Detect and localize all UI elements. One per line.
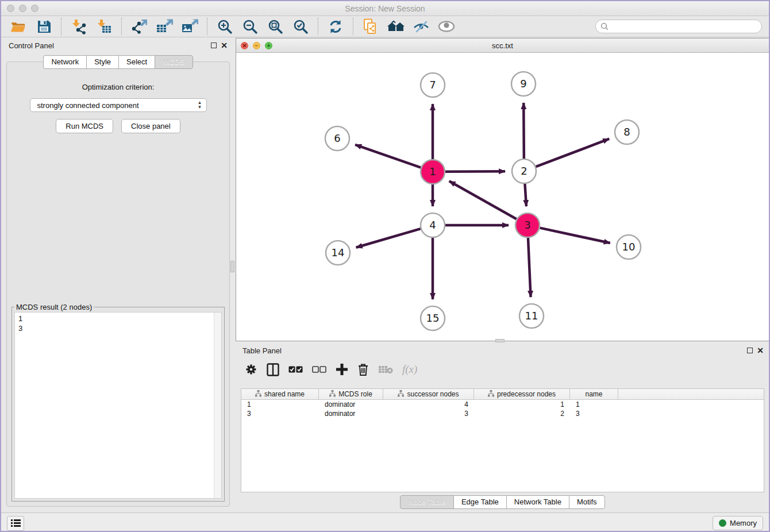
- horizontal-splitter-handle[interactable]: [495, 339, 505, 342]
- run-mcds-button[interactable]: Run MCDS: [56, 119, 113, 133]
- float-table-panel-icon[interactable]: [747, 348, 753, 353]
- refresh-icon[interactable]: [326, 18, 345, 35]
- cell-predecessor-nodes[interactable]: 2: [474, 410, 570, 418]
- export-table-icon[interactable]: [155, 18, 174, 35]
- edge-2-9[interactable]: [523, 103, 524, 159]
- zoom-in-icon[interactable]: [215, 18, 234, 35]
- export-network-icon[interactable]: [129, 18, 149, 35]
- table-row[interactable]: 3dominator323: [241, 409, 764, 418]
- column-header-successor-nodes[interactable]: successor nodes: [383, 389, 474, 399]
- optimization-criterion-label: Optimization criterion:: [7, 83, 229, 91]
- tab-edge-table[interactable]: Edge Table: [453, 495, 507, 509]
- edge-1-6[interactable]: [355, 145, 421, 168]
- table-header-row: shared nameMCDS rolesuccessor nodesprede…: [241, 389, 764, 400]
- criterion-select[interactable]: strongly connected component ▲▼: [30, 98, 207, 112]
- tab-motifs[interactable]: Motifs: [569, 495, 605, 509]
- node-label-9: 9: [520, 78, 526, 90]
- node-label-3: 3: [524, 219, 530, 231]
- zoom-selected-icon[interactable]: [291, 18, 310, 35]
- close-panel-icon[interactable]: ✕: [221, 43, 228, 48]
- status-bar: Memory: [1, 512, 769, 532]
- vertical-splitter-handle[interactable]: [230, 261, 234, 272]
- save-session-icon[interactable]: [34, 18, 53, 35]
- import-network-icon[interactable]: [69, 18, 88, 35]
- cell-name[interactable]: 1: [570, 400, 618, 408]
- tab-network-table[interactable]: Network Table: [506, 495, 569, 509]
- result-scrollbar[interactable]: [214, 313, 221, 498]
- search-field[interactable]: [595, 20, 762, 33]
- edge-2-3[interactable]: [525, 184, 526, 206]
- hierarchy-icon: [398, 390, 404, 399]
- column-header-name[interactable]: name: [570, 389, 618, 399]
- mcds-result-list: 1 3: [15, 313, 214, 498]
- network-window-titlebar[interactable]: ✕ − + scc.txt: [236, 38, 769, 53]
- open-session-icon[interactable]: [9, 18, 28, 35]
- network-title: scc.txt: [236, 41, 769, 50]
- node-label-8: 8: [623, 126, 630, 138]
- tab-network[interactable]: Network: [43, 55, 87, 69]
- first-neighbors-icon[interactable]: [386, 18, 406, 35]
- node-table[interactable]: shared nameMCDS rolesuccessor nodesprede…: [241, 388, 764, 492]
- import-table-icon[interactable]: [94, 18, 114, 35]
- cell-MCDS-role[interactable]: dominator: [319, 400, 383, 408]
- table-toolbar: f(x): [236, 358, 769, 381]
- app-window: Session: New Session: [0, 0, 770, 532]
- select-all-columns-icon[interactable]: [288, 366, 303, 373]
- hierarchy-icon: [329, 390, 336, 399]
- edge-2-8[interactable]: [536, 139, 610, 167]
- column-header-shared-name[interactable]: shared name: [241, 389, 319, 399]
- node-label-11: 11: [525, 310, 538, 322]
- search-input[interactable]: [609, 21, 761, 32]
- delete-column-icon[interactable]: [357, 363, 369, 376]
- zoom-fit-icon[interactable]: [265, 18, 285, 35]
- mcds-result-title: MCDS result (2 nodes): [14, 303, 94, 311]
- cell-name[interactable]: 3: [570, 410, 618, 418]
- cell-shared-name[interactable]: 1: [241, 400, 319, 408]
- cell-MCDS-role[interactable]: dominator: [319, 410, 383, 418]
- table-row[interactable]: 1dominator411: [241, 400, 764, 409]
- function-builder-icon[interactable]: f(x): [402, 363, 417, 376]
- memory-label: Memory: [730, 519, 757, 527]
- edge-1-2[interactable]: [445, 171, 505, 172]
- hide-selected-icon[interactable]: [411, 18, 431, 35]
- export-image-icon[interactable]: [180, 18, 199, 35]
- tab-mcds[interactable]: MCDS: [155, 55, 192, 69]
- table-panel-title: Table Panel: [236, 346, 282, 355]
- main-toolbar: [1, 16, 769, 37]
- tab-style[interactable]: Style: [86, 55, 119, 69]
- session-title: Session: New Session: [1, 4, 769, 13]
- network-canvas[interactable]: 7968124314101511: [236, 53, 769, 341]
- add-column-icon[interactable]: [336, 363, 348, 376]
- edge-3-11[interactable]: [528, 238, 531, 297]
- node-label-2: 2: [521, 165, 527, 177]
- criterion-value: strongly connected component: [37, 101, 139, 110]
- cell-predecessor-nodes[interactable]: 1: [474, 400, 570, 408]
- edge-3-10[interactable]: [540, 228, 610, 243]
- edge-3-1[interactable]: [449, 181, 517, 219]
- edge-4-14[interactable]: [356, 229, 421, 248]
- network-from-document-icon[interactable]: [361, 18, 380, 35]
- column-header-MCDS-role[interactable]: MCDS role: [319, 389, 383, 399]
- task-history-button[interactable]: [7, 516, 24, 531]
- column-header-predecessor-nodes[interactable]: predecessor nodes: [474, 389, 570, 399]
- zoom-out-icon[interactable]: [240, 18, 260, 35]
- split-pane-icon[interactable]: [267, 363, 279, 376]
- memory-button[interactable]: Memory: [713, 516, 763, 530]
- table-tabs: Node TableEdge TableNetwork TableMotifs: [236, 495, 769, 509]
- cell-successor-nodes[interactable]: 3: [383, 410, 474, 418]
- float-panel-icon[interactable]: [211, 43, 217, 48]
- network-view-window: ✕ − + scc.txt 7968124314101511: [236, 38, 769, 341]
- tab-select[interactable]: Select: [118, 55, 155, 69]
- cell-successor-nodes[interactable]: 4: [383, 400, 474, 408]
- cell-shared-name[interactable]: 3: [241, 410, 319, 418]
- hierarchy-icon: [488, 390, 494, 399]
- close-table-panel-icon[interactable]: ✕: [757, 348, 764, 353]
- close-panel-button[interactable]: Close panel: [121, 119, 180, 133]
- node-label-14: 14: [332, 246, 345, 259]
- tab-node-table[interactable]: Node Table: [400, 495, 454, 509]
- toolbar-separator: [353, 18, 353, 35]
- column-settings-gear-icon[interactable]: [245, 363, 257, 376]
- unselect-all-columns-icon[interactable]: [312, 366, 326, 373]
- show-all-icon[interactable]: [437, 18, 456, 35]
- delete-table-icon[interactable]: [378, 365, 393, 374]
